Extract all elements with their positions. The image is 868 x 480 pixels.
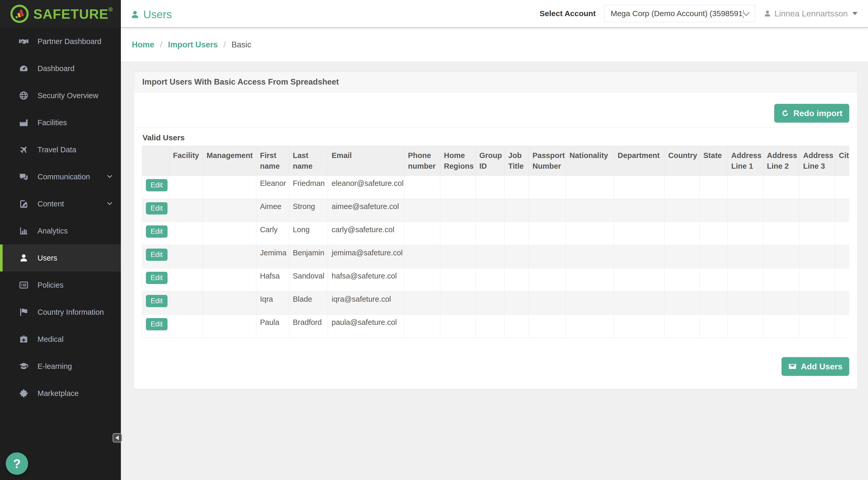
management-cell (203, 176, 256, 199)
state-cell (700, 199, 727, 222)
add-users-button[interactable]: Add Users (781, 357, 849, 376)
sidebar-item-country-information[interactable]: Country Information (0, 299, 121, 325)
facility-cell (169, 176, 203, 199)
table-body: EditEleanorFriedmaneleanor@safeture.colE… (142, 176, 849, 338)
account-selected-value: Mega Corp (Demo Account) (3598591) (611, 9, 744, 18)
passport-number-cell (529, 222, 566, 245)
edit-button[interactable]: Edit (146, 226, 167, 238)
phone-number-cell (404, 199, 440, 222)
phone-number-cell (404, 176, 440, 199)
column-header-country: Country (664, 146, 700, 176)
city-cell (835, 315, 849, 338)
sidebar-item-users[interactable]: Users (0, 244, 121, 272)
column-header-address-line-1: Address Line 1 (727, 146, 763, 176)
country-cell (664, 222, 700, 245)
brand-name: SAFETURE (33, 6, 108, 22)
sidebar-item-security-overview[interactable]: Security Overview (0, 82, 121, 109)
help-button[interactable]: ? (6, 452, 28, 475)
nationality-cell (566, 268, 614, 292)
home-regions-cell (440, 268, 476, 292)
edit-button[interactable]: Edit (146, 202, 167, 214)
select-caret-icon (743, 9, 750, 16)
sidebar-item-e-learning[interactable]: E-learning (0, 353, 121, 380)
column-header-first-name: First name (256, 146, 289, 176)
edit-button[interactable]: Edit (146, 295, 167, 307)
nationality-cell (566, 222, 614, 245)
first-name-cell: Paula (256, 315, 289, 338)
department-cell (614, 222, 664, 245)
sidebar-item-content[interactable]: Content (0, 190, 121, 217)
group-id-cell (476, 245, 505, 268)
sidebar-item-dashboard[interactable]: Dashboard (0, 55, 121, 82)
edit-button[interactable]: Edit (146, 179, 167, 191)
country-cell (664, 199, 700, 222)
content-area: Import Users With Basic Access From Spre… (121, 62, 868, 480)
sidebar-menu: Partner Dashboard Dashboard Security Ove… (0, 28, 121, 407)
collapse-arrow-icon (115, 436, 119, 440)
home-regions-cell (440, 315, 476, 338)
select-account-label: Select Account (539, 9, 596, 18)
edit-button[interactable]: Edit (146, 249, 167, 261)
nationality-cell (566, 292, 614, 315)
user-menu[interactable]: Linnea Lennartsson (764, 9, 858, 19)
state-cell (700, 176, 727, 199)
nationality-cell (566, 315, 614, 338)
topbar: Users Select Account Mega Corp (Demo Acc… (121, 0, 868, 28)
address-line-2-cell (763, 176, 800, 199)
column-header-job-title: Job Title (505, 146, 529, 176)
column-header-phone-number: Phone number (404, 146, 440, 176)
redo-import-button[interactable]: Redo import (774, 104, 849, 123)
safeture-logo[interactable]: SAFETURE® (0, 0, 121, 28)
last-name-cell: Sandoval (289, 268, 328, 292)
breadcrumb-import-users[interactable]: Import Users (168, 40, 218, 49)
first-name-cell: Hafsa (256, 268, 289, 292)
last-name-cell: Long (289, 222, 328, 245)
first-name-cell: Aimee (256, 199, 289, 222)
edit-cell: Edit (142, 222, 169, 245)
management-cell (203, 199, 256, 222)
edit-button[interactable]: Edit (146, 272, 167, 284)
sidebar-item-facilities[interactable]: Facilities (0, 109, 121, 136)
country-cell (664, 292, 700, 315)
breadcrumb-home[interactable]: Home (132, 40, 154, 49)
last-name-cell: Blade (289, 292, 328, 315)
account-select[interactable]: Mega Corp (Demo Account) (3598591) (604, 5, 755, 22)
sidebar-collapse-button[interactable] (113, 433, 122, 443)
email-cell: iqra@safeture.col (328, 292, 404, 315)
gauge-icon (18, 64, 30, 73)
sidebar-item-medical[interactable]: Medical (0, 325, 121, 353)
department-cell (614, 176, 664, 199)
sidebar-item-communication[interactable]: Communication (0, 163, 121, 190)
edit-cell: Edit (142, 245, 169, 268)
breadcrumb-current: Basic (231, 40, 251, 49)
home-regions-cell (440, 199, 476, 222)
home-regions-cell (440, 222, 476, 245)
sidebar-item-analytics[interactable]: Analytics (0, 217, 121, 244)
nationality-cell (566, 199, 614, 222)
management-cell (203, 268, 256, 292)
job-title-cell (505, 315, 529, 338)
department-cell (614, 245, 664, 268)
address-line-1-cell (727, 199, 763, 222)
home-regions-cell (440, 292, 476, 315)
management-cell (203, 222, 256, 245)
email-cell: paula@safeture.col (328, 315, 404, 338)
job-title-cell (505, 268, 529, 292)
import-users-panel: Import Users With Basic Access From Spre… (134, 70, 857, 389)
state-cell (700, 245, 727, 268)
sidebar-item-policies[interactable]: Policies (0, 272, 121, 299)
country-cell (664, 268, 700, 292)
facility-cell (169, 315, 203, 338)
city-cell (835, 199, 849, 222)
sidebar-item-travel-data[interactable]: Travel Data (0, 136, 121, 163)
group-id-cell (476, 292, 505, 315)
edit-button[interactable]: Edit (146, 318, 167, 330)
sidebar-item-marketplace[interactable]: Marketplace (0, 380, 121, 407)
country-cell (664, 245, 700, 268)
city-cell (835, 268, 849, 292)
sidebar-item-partner-dashboard[interactable]: Partner Dashboard (0, 28, 121, 55)
sidebar: SAFETURE® Partner Dashboard Dashboard Se… (0, 0, 121, 480)
first-name-cell: Eleanor (256, 176, 289, 199)
puzzle-piece-icon (18, 389, 30, 398)
email-cell: carly@safeture.col (328, 222, 404, 245)
